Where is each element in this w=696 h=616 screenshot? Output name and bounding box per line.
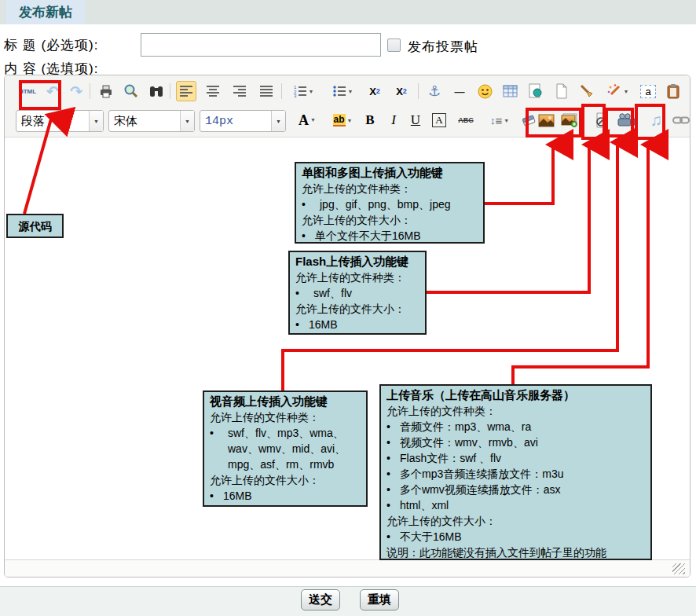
align-center-button[interactable]	[203, 81, 223, 101]
music-note-icon: ♫	[650, 111, 662, 130]
header-bar: 发布新帖	[0, 0, 696, 24]
anchor-icon: ⚓	[428, 82, 441, 100]
align-left-button[interactable]	[176, 81, 196, 101]
chevron-down-icon: ▼	[180, 111, 194, 131]
editor-statusbar	[5, 559, 690, 578]
editor-toolbar-row1: HTML ↶ ↷	[5, 75, 690, 107]
justify-button[interactable]	[256, 81, 277, 101]
bullet-list-button[interactable]: ▼	[327, 81, 358, 101]
chevron-down-icon: ▼	[271, 111, 285, 131]
abbreviation-button[interactable]: a	[638, 81, 658, 101]
font-size-select[interactable]: 14px▼	[200, 110, 286, 132]
strikethrough-button[interactable]: ABC	[452, 110, 479, 130]
image-upload-button[interactable]	[536, 110, 556, 130]
flash-upload-note: Flash上传插入功能键 允许上传的文件种类： •swf、flv 允许上传的文件…	[288, 251, 427, 335]
preview-icon[interactable]	[121, 81, 141, 101]
line-spacing-button[interactable]: ↕≡▼	[484, 110, 515, 130]
redo-button[interactable]: ↷	[66, 81, 86, 101]
poll-checkbox[interactable]	[387, 38, 401, 52]
find-binoculars-icon[interactable]	[146, 81, 167, 101]
anchor-button[interactable]: ⚓	[424, 81, 445, 101]
bold-button[interactable]: B	[360, 110, 380, 130]
horizontal-rule-button[interactable]: —	[449, 81, 470, 101]
font-color-button[interactable]: A▼	[292, 110, 322, 130]
chevron-down-icon: ▼	[348, 89, 353, 94]
format-wand-button[interactable]: ▼	[602, 81, 633, 101]
tab-publish-new-post[interactable]: 发布新帖	[6, 0, 85, 24]
insert-media-page-button[interactable]	[525, 81, 545, 101]
paste-button[interactable]	[663, 81, 683, 101]
chevron-down-icon: ▼	[310, 117, 316, 123]
superscript-button[interactable]: X2	[364, 81, 385, 101]
chevron-down-icon: ▼	[347, 118, 353, 123]
numbered-list-button[interactable]: 123 ▼	[288, 81, 319, 101]
svg-text:3: 3	[294, 94, 297, 97]
new-document-button[interactable]	[551, 81, 572, 101]
italic-button[interactable]: I	[383, 110, 404, 130]
publish-new-post-page: 发布新帖 标 题 (必选项): 发布投票帖 内 容 (选填项): HTML ↶ …	[0, 0, 696, 616]
image-upload-note: 单图和多图上传插入功能键 允许上传的文件种类： •jpg、gif、png、bmp…	[295, 162, 485, 244]
emoticon-button[interactable]	[474, 81, 495, 101]
poll-checkbox-label: 发布投票帖	[408, 38, 478, 56]
chevron-down-icon: ▼	[624, 89, 629, 94]
paragraph-select[interactable]: 段落▼	[16, 110, 104, 132]
source-code-note: 源代码	[6, 214, 64, 238]
html-source-button[interactable]: HTML	[17, 81, 38, 101]
undo-button[interactable]: ↶	[42, 81, 63, 101]
reset-button[interactable]: 重填	[360, 589, 399, 610]
subscript-button[interactable]: X2	[391, 81, 412, 101]
music-upload-note: 上传音乐（上传在高山音乐服务器） 允许上传的文件种类： •音频文件：mp3、wm…	[379, 384, 652, 560]
editor-toolbar-row2: 段落▼ 宋体▼ 14px▼ A▼ ab▼ B I U A ABC ↕≡▼	[5, 107, 690, 138]
font-family-select[interactable]: 宋体▼	[108, 110, 195, 132]
multi-image-upload-button[interactable]	[559, 110, 580, 130]
boxed-a-button[interactable]: A	[429, 110, 449, 130]
music-upload-button[interactable]: ♫	[646, 110, 666, 130]
cleanup-broom-button[interactable]	[577, 81, 597, 101]
av-upload-note: 视音频上传插入功能键 允许上传的文件种类： •swf、flv、mp3、wma、w…	[203, 390, 368, 507]
print-icon[interactable]	[96, 81, 116, 101]
link-button[interactable]	[671, 110, 691, 130]
highlight-button[interactable]: ab▼	[327, 110, 358, 130]
footer-panel	[0, 586, 696, 616]
video-upload-button[interactable]	[614, 110, 638, 130]
chevron-down-icon: ▼	[309, 89, 314, 94]
title-input[interactable]	[141, 33, 381, 57]
flash-upload-button[interactable]	[592, 110, 612, 130]
table-button[interactable]	[500, 81, 520, 101]
title-label: 标 题 (必选项):	[4, 36, 99, 54]
underline-button[interactable]: U	[405, 110, 426, 130]
submit-button[interactable]: 送交	[301, 589, 340, 610]
align-right-button[interactable]	[229, 81, 250, 101]
page-title: 发布新帖	[19, 3, 72, 21]
chevron-down-icon: ▼	[89, 111, 103, 131]
resize-handle-icon[interactable]	[672, 563, 685, 574]
chevron-down-icon: ▼	[504, 118, 509, 123]
